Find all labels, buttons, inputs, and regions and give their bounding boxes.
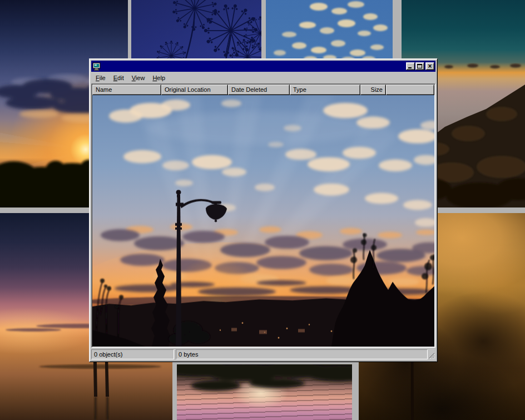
column-header-size[interactable]: Size [360, 85, 386, 95]
column-header-row: Name Original Location Date Deleted Type… [92, 85, 434, 95]
status-total-size: 0 bytes [176, 349, 428, 359]
close-button[interactable]: × [425, 62, 434, 70]
minimize-icon [408, 67, 412, 68]
maximize-button[interactable] [415, 62, 424, 70]
column-header-type[interactable]: Type [290, 85, 360, 95]
program-window-icon [92, 62, 101, 71]
file-list-container: Name Original Location Date Deleted Type… [91, 83, 435, 348]
wallpaper-photo-water-reflections [177, 364, 352, 420]
recycle-bin-window: × File Edit View Help Name Original Loca… [89, 58, 438, 362]
status-bar: 0 object(s) 0 bytes [91, 349, 435, 360]
window-titlebar[interactable]: × [91, 61, 435, 72]
file-list-area[interactable] [92, 95, 434, 347]
menu-edit[interactable]: Edit [110, 73, 128, 83]
menu-bar: File Edit View Help [91, 72, 435, 83]
sunset-streetlamp-photo [92, 95, 434, 347]
resize-grip[interactable] [428, 349, 435, 359]
column-header-filler [386, 85, 434, 95]
window-controls: × [405, 62, 434, 70]
resize-grip-icon [428, 349, 435, 359]
status-object-count: 0 object(s) [91, 349, 174, 359]
maximize-icon [417, 64, 422, 68]
menu-help[interactable]: Help [148, 73, 169, 83]
column-header-date-deleted[interactable]: Date Deleted [228, 85, 290, 95]
minimize-button[interactable] [406, 62, 415, 70]
desktop: × File Edit View Help Name Original Loca… [0, 0, 525, 420]
column-header-original-location[interactable]: Original Location [161, 85, 228, 95]
column-header-name[interactable]: Name [92, 85, 161, 95]
close-icon: × [426, 62, 434, 70]
menu-file[interactable]: File [92, 73, 110, 83]
menu-view[interactable]: View [128, 73, 149, 83]
